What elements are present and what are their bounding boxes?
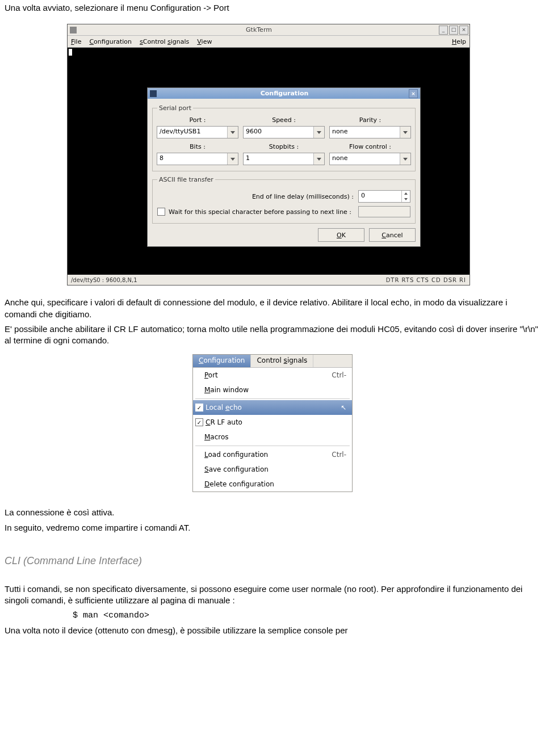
flow-value: none bbox=[330, 153, 400, 165]
menu-item-local-echo[interactable]: ✓ Local echo ↖ bbox=[193, 400, 352, 415]
port-value: /dev/ttyUSB1 bbox=[157, 127, 227, 138]
wait-char-field[interactable] bbox=[358, 206, 410, 217]
paragraph: La connessione è così attiva. bbox=[5, 507, 540, 518]
menubar: File Configuration sControl signals View… bbox=[68, 36, 469, 48]
stopbits-label: Stopbits : bbox=[269, 143, 299, 150]
maximize-button[interactable]: □ bbox=[449, 26, 458, 35]
port-label: Port : bbox=[189, 116, 206, 124]
speed-value: 9600 bbox=[244, 127, 313, 138]
crlf-checkbox[interactable]: ✓ bbox=[195, 418, 203, 426]
gtkterm-window: GtkTerm _ □ × File Configuration sContro… bbox=[67, 24, 470, 285]
section-heading-cli: CLI (Command Line Interface) bbox=[5, 554, 540, 568]
dialog-icon bbox=[150, 90, 157, 97]
menu-file[interactable]: File bbox=[71, 38, 81, 45]
terminal-cursor bbox=[69, 49, 72, 56]
menu-help[interactable]: Help bbox=[452, 38, 466, 45]
menu-configuration[interactable]: Configuration bbox=[89, 38, 132, 45]
delay-spin[interactable]: 0 bbox=[358, 190, 410, 203]
menu-item-macros[interactable]: Macros bbox=[193, 430, 352, 444]
wait-checkbox[interactable] bbox=[157, 208, 165, 216]
terminal-body[interactable]: Configuration × Serial port Port : /dev/… bbox=[68, 48, 469, 275]
chevron-down-icon[interactable] bbox=[227, 153, 238, 165]
menu-separator bbox=[195, 446, 350, 446]
ascii-group: ASCII file transfer End of line delay (m… bbox=[152, 176, 416, 224]
menu-item-crlf[interactable]: ✓ CR LF auto bbox=[193, 415, 352, 430]
paragraph: Una volta noto il device (ottenuto con d… bbox=[5, 625, 540, 636]
bits-label: Bits : bbox=[190, 143, 206, 150]
menu-control-signals[interactable]: sControl signals bbox=[140, 38, 189, 45]
ascii-legend: ASCII file transfer bbox=[157, 176, 215, 183]
delay-value: 0 bbox=[359, 191, 401, 202]
titlebar: GtkTerm _ □ × bbox=[68, 24, 469, 36]
ok-button[interactable]: OK bbox=[318, 228, 364, 242]
parity-value: none bbox=[330, 127, 400, 138]
flow-label: Flow control : bbox=[349, 143, 391, 150]
code-sample: $ man <comando> bbox=[73, 610, 540, 621]
menu-item-load[interactable]: Load configuration Ctrl- bbox=[193, 447, 352, 462]
status-bar: /dev/ttyS0 : 9600,8,N,1 DTR RTS CTS CD D… bbox=[68, 275, 469, 285]
menu-separator bbox=[195, 398, 350, 399]
chevron-down-icon[interactable] bbox=[227, 127, 238, 138]
tab-control-signals[interactable]: Control signals bbox=[251, 355, 313, 367]
spin-up-icon[interactable] bbox=[402, 191, 410, 196]
status-left: /dev/ttyS0 : 9600,8,N,1 bbox=[71, 277, 137, 283]
speed-combo[interactable]: 9600 bbox=[243, 126, 325, 138]
stopbits-combo[interactable]: 1 bbox=[243, 153, 325, 165]
local-echo-checkbox[interactable]: ✓ bbox=[195, 404, 203, 411]
delay-label: End of line delay (milliseconds) : bbox=[157, 193, 354, 200]
chevron-down-icon[interactable] bbox=[313, 127, 324, 138]
shortcut: Ctrl- bbox=[332, 371, 346, 379]
paragraph: Tutti i comandi, se non specificato dive… bbox=[5, 583, 540, 607]
serial-port-legend: Serial port bbox=[157, 104, 193, 112]
parity-combo[interactable]: none bbox=[329, 126, 411, 138]
status-right: DTR RTS CTS CD DSR RI bbox=[386, 277, 466, 283]
serial-port-group: Serial port Port : /dev/ttyUSB1 Speed : bbox=[152, 104, 416, 171]
close-button[interactable]: × bbox=[459, 26, 468, 35]
speed-label: Speed : bbox=[272, 116, 296, 124]
bits-value: 8 bbox=[157, 153, 227, 165]
paragraph: In seguito, vedremo come impartire i com… bbox=[5, 522, 540, 534]
menu-item-main-window[interactable]: Main window bbox=[193, 383, 352, 397]
port-combo[interactable]: /dev/ttyUSB1 bbox=[157, 126, 238, 138]
stopbits-value: 1 bbox=[244, 153, 313, 165]
configuration-menu: Configuration Control signals Port Ctrl-… bbox=[192, 354, 353, 492]
menu-item-port[interactable]: Port Ctrl- bbox=[193, 368, 352, 383]
tab-configuration[interactable]: Configuration bbox=[193, 355, 251, 367]
shortcut: Ctrl- bbox=[332, 451, 346, 459]
paragraph: Anche qui, specificare i valori di defau… bbox=[5, 297, 540, 320]
cancel-button[interactable]: Cancel bbox=[369, 228, 416, 242]
menu-item-delete[interactable]: Delete configuration bbox=[193, 477, 352, 492]
cursor-icon: ↖ bbox=[341, 404, 346, 411]
dialog-titlebar: Configuration × bbox=[148, 88, 420, 99]
configuration-dialog: Configuration × Serial port Port : /dev/… bbox=[147, 87, 421, 247]
menu-view[interactable]: View bbox=[197, 38, 212, 45]
menu-item-save[interactable]: Save configuration bbox=[193, 462, 352, 477]
paragraph: E' possibile anche abilitare il CR LF au… bbox=[5, 324, 540, 347]
window-title: GtkTerm bbox=[79, 26, 439, 33]
parity-label: Parity : bbox=[359, 116, 381, 124]
dialog-close-button[interactable]: × bbox=[409, 89, 418, 98]
minimize-button[interactable]: _ bbox=[439, 26, 448, 35]
chevron-down-icon[interactable] bbox=[400, 127, 410, 138]
chevron-down-icon[interactable] bbox=[400, 153, 410, 165]
wait-label: Wait for this special character before p… bbox=[169, 208, 355, 216]
bits-combo[interactable]: 8 bbox=[157, 153, 238, 165]
dialog-title: Configuration bbox=[160, 90, 409, 97]
app-icon bbox=[70, 27, 77, 33]
chevron-down-icon[interactable] bbox=[313, 153, 324, 165]
intro-text: Una volta avviato, selezionare il menu C… bbox=[5, 2, 540, 14]
spin-down-icon[interactable] bbox=[402, 196, 410, 202]
flow-combo[interactable]: none bbox=[329, 153, 411, 165]
